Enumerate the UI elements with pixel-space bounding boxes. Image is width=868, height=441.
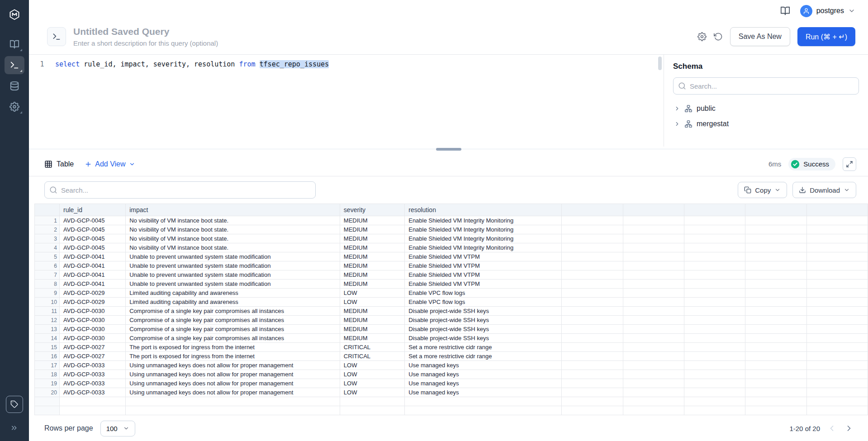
- cell-empty: [623, 280, 684, 289]
- table-row[interactable]: 10AVD-GCP-0029Limited auditing capabilit…: [35, 298, 868, 307]
- table-row[interactable]: 14AVD-GCP-0030Compromise of a single key…: [35, 334, 868, 343]
- cell: CRITICAL: [340, 352, 404, 361]
- tab-table-label: Table: [57, 160, 74, 168]
- docs-button[interactable]: [780, 6, 790, 16]
- cell: MEDIUM: [340, 316, 404, 325]
- column-header-resolution[interactable]: resolution: [405, 204, 562, 216]
- query-description[interactable]: Enter a short description for this query…: [73, 39, 218, 47]
- cell: Set a more restrictive cidr range: [405, 352, 562, 361]
- cell: AVD-GCP-0030: [59, 316, 125, 325]
- table-row[interactable]: 20AVD-GCP-0033Using unmanaged keys does …: [35, 388, 868, 397]
- table-row[interactable]: 6AVD-GCP-0041Unable to prevent unwanted …: [35, 261, 868, 270]
- table-row[interactable]: 3AVD-GCP-0045No visibility of VM instanc…: [35, 234, 868, 243]
- cell-empty: [806, 289, 868, 298]
- cell-empty: [806, 352, 868, 361]
- sidebar-item-settings[interactable]: [5, 98, 24, 116]
- table-row[interactable]: 17AVD-GCP-0033Using unmanaged keys does …: [35, 361, 868, 370]
- schema-node-mergestat[interactable]: mergestat: [673, 116, 859, 132]
- table-row[interactable]: 7AVD-GCP-0041Unable to prevent unwanted …: [35, 270, 868, 280]
- table-row[interactable]: 19AVD-GCP-0033Using unmanaged keys does …: [35, 379, 868, 388]
- cell: Enable Shielded VM Integrity Monitoring: [405, 216, 562, 225]
- table-row[interactable]: 9AVD-GCP-0029Limited auditing capability…: [35, 289, 868, 298]
- sql-token-plain: [256, 60, 260, 68]
- sidebar-item-data[interactable]: [5, 77, 24, 95]
- fullscreen-button[interactable]: [843, 157, 856, 171]
- column-header-rule_id[interactable]: rule_id: [59, 204, 125, 216]
- cell-empty: [745, 234, 806, 243]
- mergestat-logo[interactable]: [5, 5, 24, 24]
- table-row[interactable]: 16AVD-GCP-0027The port is exposed for in…: [35, 352, 868, 361]
- table-row[interactable]: 2AVD-GCP-0045No visibility of VM instanc…: [35, 225, 868, 234]
- query-title[interactable]: Untitled Saved Query: [73, 26, 218, 37]
- schema-node-public[interactable]: public: [673, 101, 859, 116]
- caret-right-icon[interactable]: [674, 105, 680, 112]
- table-row[interactable]: 15AVD-GCP-0027The port is exposed for in…: [35, 343, 868, 352]
- sidebar-item-queries[interactable]: [5, 56, 24, 74]
- splitter-handle[interactable]: [436, 148, 461, 151]
- row-number: 4: [35, 243, 60, 252]
- cell-empty: [745, 280, 806, 289]
- cell-empty: [745, 325, 806, 334]
- cell: Using unmanaged keys does not allow for …: [126, 361, 340, 370]
- sql-editor[interactable]: 1 select rule_id, impact, severity, reso…: [29, 55, 664, 147]
- sql-token-keyword: select: [55, 60, 80, 68]
- table-row[interactable]: 8AVD-GCP-0041Unable to prevent unwanted …: [35, 280, 868, 289]
- save-as-new-button[interactable]: Save As New: [730, 27, 790, 46]
- table-row[interactable]: 18AVD-GCP-0033Using unmanaged keys does …: [35, 370, 868, 379]
- cell: Enable Shielded VM Integrity Monitoring: [405, 234, 562, 243]
- copy-button[interactable]: Copy: [738, 182, 787, 198]
- previous-page-button[interactable]: [826, 423, 837, 434]
- table-row[interactable]: 13AVD-GCP-0030Compromise of a single key…: [35, 325, 868, 334]
- cell: LOW: [340, 289, 404, 298]
- next-page-button[interactable]: [844, 423, 854, 434]
- cell-empty: [562, 298, 623, 307]
- cell: AVD-GCP-0029: [59, 289, 125, 298]
- user-menu[interactable]: postgres: [800, 5, 855, 17]
- cell-empty: [806, 397, 868, 406]
- cell-empty: [684, 397, 745, 406]
- sql-code-line[interactable]: select rule_id, impact, severity, resolu…: [55, 58, 329, 147]
- cell: MEDIUM: [340, 307, 404, 316]
- table-row[interactable]: 12AVD-GCP-0030Compromise of a single key…: [35, 316, 868, 325]
- cell: AVD-GCP-0045: [59, 243, 125, 252]
- sidebar-item-repos[interactable]: [5, 35, 24, 53]
- cell-empty: [562, 280, 623, 289]
- table-row[interactable]: 5AVD-GCP-0041Unable to prevent unwanted …: [35, 252, 868, 261]
- column-header-impact[interactable]: impact: [126, 204, 340, 216]
- run-button[interactable]: Run (⌘ + ↵): [797, 27, 855, 46]
- cell: CRITICAL: [340, 343, 404, 352]
- rows-per-page-select[interactable]: 100: [100, 421, 135, 436]
- editor-scrollbar[interactable]: [658, 57, 662, 70]
- sidebar-tags-button[interactable]: [6, 396, 23, 413]
- table-row[interactable]: 11AVD-GCP-0030Compromise of a single key…: [35, 307, 868, 316]
- cell: MEDIUM: [340, 270, 404, 280]
- schema-search-input[interactable]: [673, 77, 859, 95]
- cell-empty: [623, 289, 684, 298]
- column-header-empty: [806, 204, 868, 216]
- tab-table[interactable]: Table: [44, 160, 74, 168]
- cell-empty: [745, 252, 806, 261]
- cell: AVD-GCP-0045: [59, 234, 125, 243]
- query-history-button[interactable]: [714, 32, 723, 41]
- cell: AVD-GCP-0045: [59, 225, 125, 234]
- row-number: 8: [35, 280, 60, 289]
- table-row[interactable]: 1AVD-GCP-0045No visibility of VM instanc…: [35, 216, 868, 225]
- column-header-severity[interactable]: severity: [340, 204, 404, 216]
- copy-icon: [744, 186, 751, 194]
- row-number: 14: [35, 334, 60, 343]
- table-row[interactable]: 4AVD-GCP-0045No visibility of VM instanc…: [35, 243, 868, 252]
- cell-empty: [562, 343, 623, 352]
- cell: LOW: [340, 379, 404, 388]
- add-view-button[interactable]: Add View: [85, 160, 135, 168]
- query-settings-button[interactable]: [697, 32, 707, 41]
- download-button[interactable]: Download: [792, 182, 856, 198]
- cell: AVD-GCP-0030: [59, 307, 125, 316]
- sidebar-expand-button[interactable]: [9, 422, 20, 434]
- panel-splitter[interactable]: [29, 147, 868, 152]
- results-search-input[interactable]: [44, 181, 316, 199]
- caret-right-icon[interactable]: [674, 121, 680, 127]
- cell-empty: [562, 334, 623, 343]
- cell: No visibility of VM instance boot state.: [126, 243, 340, 252]
- cell-empty: [562, 352, 623, 361]
- cell: Using unmanaged keys does not allow for …: [126, 370, 340, 379]
